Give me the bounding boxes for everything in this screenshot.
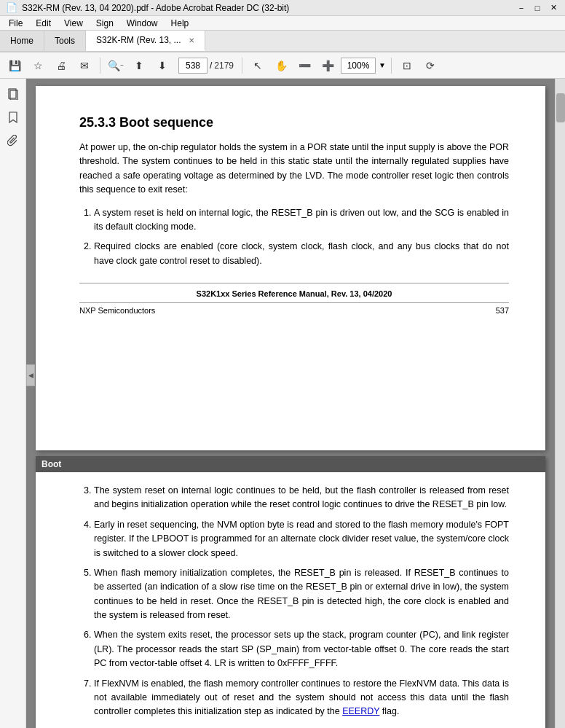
title-text: S32K-RM (Rev. 13, 04 2020).pdf - Adobe A… — [22, 3, 289, 13]
separator-3 — [391, 58, 392, 74]
prev-page-button[interactable]: ⬆ — [129, 56, 149, 75]
zoom-minus-button[interactable]: ➖ — [294, 56, 315, 75]
page-separator: / — [210, 60, 212, 71]
page2-header-bar: Boot — [36, 456, 545, 472]
sidebar-attachments-icon[interactable] — [4, 131, 23, 150]
zoom-control: 100% ▼ — [341, 58, 386, 74]
print-button[interactable]: 🖨 — [51, 56, 71, 75]
list-item: The system reset on internal logic conti… — [94, 484, 509, 512]
zoom-out-button[interactable]: 🔍− — [106, 56, 126, 75]
scrollbar[interactable] — [555, 79, 565, 728]
tab-document[interactable]: S32K-RM (Rev. 13, ... ✕ — [86, 31, 205, 51]
page1-body: At power up, the on-chip regulator holds… — [79, 141, 509, 197]
next-page-button[interactable]: ⬇ — [152, 56, 173, 75]
zoom-dropdown-button[interactable]: ▼ — [379, 61, 386, 69]
tab-document-label: S32K-RM (Rev. 13, ... — [96, 35, 181, 45]
page-number-input[interactable]: 538 — [178, 58, 208, 74]
menu-view[interactable]: View — [58, 17, 89, 30]
main-layout: ◀ 25.3.3 Boot sequence At power up, the … — [0, 79, 565, 728]
list-item: Early in reset sequencing, the NVM optio… — [94, 518, 509, 560]
menu-bar: File Edit View Sign Window Help — [0, 16, 565, 31]
zoom-plus-button[interactable]: ➕ — [317, 56, 338, 75]
bookmark-button[interactable]: ☆ — [28, 56, 48, 75]
page2-section-label: Boot — [42, 459, 61, 469]
page-footer-center: S32K1xx Series Reference Manual, Rev. 13… — [79, 283, 509, 298]
list-item: When flash memory initialization complet… — [94, 566, 509, 623]
left-sidebar — [0, 79, 26, 728]
menu-edit[interactable]: Edit — [30, 17, 57, 30]
tab-tools-label: Tools — [55, 36, 75, 46]
list-item: A system reset is held on internal logic… — [94, 206, 509, 235]
zoom-level-input[interactable]: 100% — [341, 58, 376, 74]
tab-home-label: Home — [10, 36, 33, 46]
fit-page-button[interactable]: ⊡ — [397, 56, 417, 75]
footer-company: NXP Semiconductors — [79, 306, 155, 315]
menu-file[interactable]: File — [3, 17, 28, 30]
rotate-button[interactable]: ⟳ — [420, 56, 440, 75]
menu-sign[interactable]: Sign — [90, 17, 119, 30]
page2-list: The system reset on internal logic conti… — [94, 484, 509, 719]
email-button[interactable]: ✉ — [74, 56, 95, 75]
collapse-panel-button[interactable]: ◀ — [26, 364, 35, 386]
menu-window[interactable]: Window — [121, 17, 164, 30]
close-button[interactable]: ✕ — [548, 2, 559, 14]
page1-list: A system reset is held on internal logic… — [94, 206, 509, 269]
pdf-page-2: Boot The system reset on internal logic … — [36, 456, 545, 728]
menu-help[interactable]: Help — [165, 17, 195, 30]
pdf-content-area[interactable]: 25.3.3 Boot sequence At power up, the on… — [26, 79, 555, 728]
sidebar-bookmarks-icon[interactable] — [4, 108, 23, 127]
page-total: 2179 — [214, 60, 234, 71]
page-footer-bottom: NXP Semiconductors 537 — [79, 302, 509, 315]
select-tool-button[interactable]: ↖ — [248, 56, 268, 75]
page-navigation: 538 / 2179 — [178, 58, 234, 74]
tab-bar: Home Tools S32K-RM (Rev. 13, ... ✕ — [0, 31, 565, 52]
list-item: When the system exits reset, the process… — [94, 628, 509, 670]
minimize-button[interactable]: − — [515, 2, 527, 14]
pan-tool-button[interactable]: ✋ — [271, 56, 291, 75]
scroll-thumb[interactable] — [556, 93, 565, 122]
app-icon: 📄 — [6, 2, 17, 13]
sidebar-pages-icon[interactable] — [4, 85, 23, 103]
section-title: 25.3.3 Boot sequence — [79, 115, 509, 130]
tab-home[interactable]: Home — [0, 31, 44, 51]
footer-page-number: 537 — [496, 306, 509, 315]
save-button[interactable]: 💾 — [4, 56, 25, 75]
list-item: If FlexNVM is enabled, the flash memory … — [94, 677, 509, 719]
tab-close-icon[interactable]: ✕ — [189, 36, 194, 44]
tab-tools[interactable]: Tools — [44, 31, 86, 51]
list-item: Required clocks are enabled (core clock,… — [94, 240, 509, 268]
separator-2 — [242, 58, 242, 74]
pdf-page-1: 25.3.3 Boot sequence At power up, the on… — [36, 86, 545, 450]
separator-1 — [100, 58, 100, 74]
eeerdy-link[interactable]: EEERDY — [342, 706, 379, 716]
title-bar: 📄 S32K-RM (Rev. 13, 04 2020).pdf - Adobe… — [0, 0, 565, 16]
maximize-button[interactable]: □ — [532, 2, 543, 14]
toolbar: 💾 ☆ 🖨 ✉ 🔍− ⬆ ⬇ 538 / 2179 ↖ ✋ ➖ ➕ 100% ▼… — [0, 52, 565, 79]
